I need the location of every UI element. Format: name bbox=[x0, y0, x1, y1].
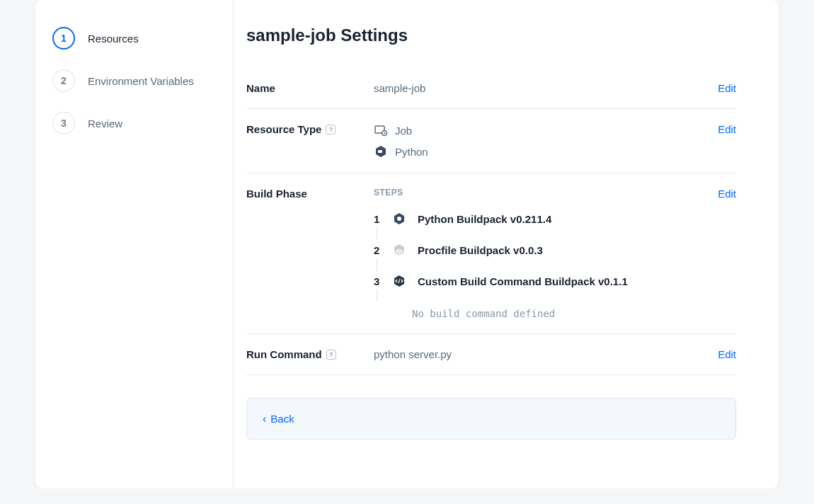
run-command-value: python server.py bbox=[374, 348, 718, 360]
footer-bar: ‹ Back bbox=[246, 398, 736, 440]
steps-header: STEPS bbox=[374, 188, 718, 197]
build-phase-body: STEPS 1 Python Buildpack v0.211.4 2 Pro bbox=[374, 188, 718, 319]
help-icon[interactable]: ? bbox=[326, 125, 336, 134]
resource-type-label-text: Resource Type bbox=[246, 123, 321, 135]
step-connector bbox=[377, 258, 377, 271]
build-step-num: 1 bbox=[374, 213, 381, 225]
step-number-badge: 1 bbox=[52, 27, 75, 50]
section-label-name: Name bbox=[246, 82, 374, 94]
step-label: Resources bbox=[88, 33, 139, 45]
svg-point-4 bbox=[397, 217, 401, 221]
build-step-num: 2 bbox=[374, 244, 381, 256]
build-phase-section: Build Phase STEPS 1 Python Buildpack v0.… bbox=[246, 173, 736, 334]
run-command-section: Run Command ? python server.py Edit bbox=[246, 334, 736, 375]
resource-row-text: Job bbox=[395, 125, 412, 137]
resource-row-text: Python bbox=[395, 146, 428, 158]
settings-card: 1 Resources 2 Environment Variables 3 Re… bbox=[35, 0, 779, 488]
resource-type-body: Job Python bbox=[374, 123, 718, 159]
sidebar-step-review[interactable]: 3 Review bbox=[35, 102, 233, 144]
step-number-badge: 3 bbox=[52, 112, 75, 134]
build-step-name: Procfile Buildpack v0.0.3 bbox=[418, 244, 543, 256]
edit-build-phase-button[interactable]: Edit bbox=[718, 188, 736, 319]
resource-row-job: Job bbox=[374, 123, 718, 137]
custom-icon bbox=[392, 274, 406, 288]
edit-name-button[interactable]: Edit bbox=[718, 82, 736, 94]
back-button[interactable]: ‹ Back bbox=[263, 413, 720, 425]
sidebar-step-resources[interactable]: 1 Resources bbox=[35, 17, 233, 59]
step-number-badge: 2 bbox=[52, 69, 75, 92]
page-title: sample-job Settings bbox=[246, 25, 736, 45]
section-label-resource-type: Resource Type ? bbox=[246, 123, 374, 159]
build-step-name: Python Buildpack v0.211.4 bbox=[418, 213, 551, 225]
build-step-2: 2 Procfile Buildpack v0.0.3 bbox=[374, 243, 718, 274]
run-command-label-text: Run Command bbox=[246, 348, 322, 360]
back-label: Back bbox=[270, 413, 294, 425]
python-icon bbox=[374, 144, 388, 159]
build-step-name: Custom Build Command Buildpack v0.1.1 bbox=[418, 275, 628, 287]
edit-resource-type-button[interactable]: Edit bbox=[718, 123, 736, 159]
job-icon bbox=[374, 123, 388, 137]
sidebar-step-env-vars[interactable]: 2 Environment Variables bbox=[35, 59, 233, 102]
name-section: Name sample-job Edit bbox=[246, 68, 736, 109]
step-label: Review bbox=[88, 118, 122, 130]
section-label-run-command: Run Command ? bbox=[246, 348, 374, 360]
build-step-3: 3 Custom Build Command Buildpack v0.1.1 bbox=[374, 274, 718, 305]
step-label: Environment Variables bbox=[88, 75, 194, 87]
python-icon bbox=[392, 212, 406, 226]
edit-run-command-button[interactable]: Edit bbox=[718, 348, 736, 360]
step-connector bbox=[377, 290, 377, 302]
no-build-command-text: No build command defined bbox=[412, 308, 718, 319]
build-step-num: 3 bbox=[374, 275, 381, 287]
chevron-left-icon: ‹ bbox=[263, 413, 266, 425]
resource-row-python: Python bbox=[374, 144, 718, 159]
name-value: sample-job bbox=[374, 82, 718, 94]
resource-type-section: Resource Type ? Job Python Edit bbox=[246, 109, 736, 173]
procfile-icon bbox=[392, 243, 406, 257]
help-icon[interactable]: ? bbox=[326, 350, 336, 360]
section-label-build-phase: Build Phase bbox=[246, 188, 374, 319]
step-connector bbox=[377, 227, 377, 240]
build-step-1: 1 Python Buildpack v0.211.4 bbox=[374, 212, 718, 243]
sidebar: 1 Resources 2 Environment Variables 3 Re… bbox=[35, 0, 234, 488]
main-content: sample-job Settings Name sample-job Edit… bbox=[234, 0, 779, 488]
